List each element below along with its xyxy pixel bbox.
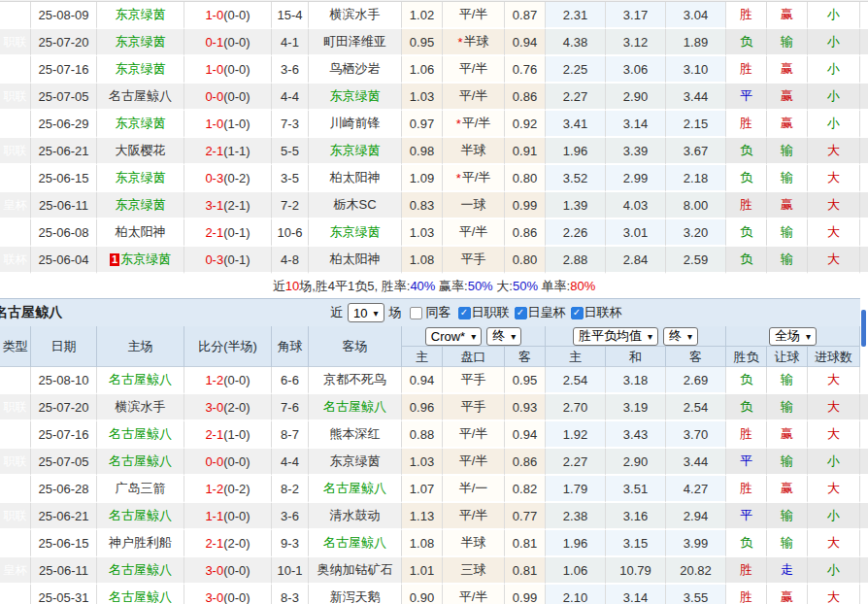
euro-draw-odds: 3.17 (606, 2, 666, 29)
euro-away-odds: 3.55 (666, 585, 726, 604)
asian-handicap: 半球 (443, 138, 505, 165)
league-filter: ✓日皇杯 (515, 304, 566, 321)
summary-part: 50% (468, 279, 493, 293)
euro-home-odds: 3.41 (546, 111, 606, 138)
asian-home-odds: 1.13 (402, 503, 443, 530)
outcome-result: 负 (726, 219, 767, 247)
same-away-checkbox[interactable] (410, 307, 422, 319)
corners: 7-3 (272, 111, 309, 138)
home-team: 东京绿茵 (97, 56, 184, 84)
goals-result: 小 (808, 84, 860, 111)
home-team: 名古屋鲸八 (97, 84, 184, 111)
score: 1-2(0-0) (184, 367, 272, 394)
euro-home-odds: 2.27 (546, 449, 606, 476)
row-gutter (860, 421, 868, 449)
away-team: 名古屋鲸八 (309, 476, 402, 503)
row-gutter (860, 557, 868, 585)
near-label: 近 (330, 304, 343, 321)
league-type: 皇杯 (0, 421, 31, 449)
league-type: 联杯 (0, 247, 31, 274)
asian-home-odds: 0.98 (402, 138, 443, 165)
euro-draw-odds: 2.90 (606, 84, 666, 111)
league-type: 职联 (0, 29, 31, 56)
scrollbar-thumb[interactable] (861, 310, 866, 347)
away-team: 东京绿茵 (309, 219, 402, 247)
col-header-euro-draw: 和 (606, 347, 666, 367)
goals-result: 小 (808, 29, 860, 56)
league-filter-label: 日职联 (472, 304, 510, 321)
asian-handicap: 平手 (443, 247, 505, 274)
company-state-select[interactable]: 终 ▾ (486, 327, 521, 346)
euro-away-odds: 3.20 (666, 219, 726, 247)
company-select[interactable]: Crow* ▾ (425, 327, 482, 346)
row-gutter (860, 29, 868, 56)
goals-result: 大 (808, 394, 860, 421)
asian-home-odds: 1.09 (402, 165, 443, 192)
chevron-down-icon: ▾ (806, 331, 811, 342)
scope-select[interactable]: 全场 ▾ (769, 327, 817, 346)
euro-home-odds: 2.27 (546, 84, 606, 111)
home-team: 名古屋鲸八 (97, 557, 184, 585)
asian-home-odds: 0.83 (402, 192, 443, 219)
away-team: 东京绿茵 (309, 449, 402, 476)
match-row: 联杯25-06-08柏太阳神2-1(0-1)10-6东京绿茵1.03平/半0.8… (0, 219, 868, 247)
score: 2-1(0-1) (184, 219, 272, 247)
asian-away-odds: 0.94 (505, 421, 546, 449)
league-filter-checkbox[interactable]: ✓ (458, 307, 471, 319)
home-team: 名古屋鲸八 (97, 585, 184, 604)
col-header-corner: 角球 (272, 326, 309, 367)
euro-home-odds: 2.38 (546, 503, 606, 530)
scrollbar[interactable] (860, 298, 868, 367)
euro-away-odds: 4.27 (666, 476, 726, 503)
league-filter: ✓日联杯 (571, 304, 622, 321)
euro-away-odds: 3.44 (666, 449, 726, 476)
match-date: 25-05-31 (31, 585, 97, 604)
euro-state-select[interactable]: 终 ▾ (663, 327, 698, 346)
euro-draw-odds: 3.15 (606, 530, 666, 557)
asian-away-odds: 0.76 (505, 56, 546, 84)
score: 0-0(0-0) (184, 84, 272, 111)
corners: 8-7 (272, 421, 309, 449)
euro-away-odds: 20.82 (666, 557, 726, 585)
match-row: 职联25-08-10名古屋鲸八1-2(0-0)6-6京都不死鸟0.94平手0.9… (0, 367, 868, 394)
asian-home-odds: 1.02 (402, 2, 443, 29)
euro-home-odds: 2.88 (546, 247, 606, 274)
home-team: 名古屋鲸八 (97, 503, 184, 530)
handicap-result: 输 (767, 219, 808, 247)
euro-away-odds: 2.94 (666, 503, 726, 530)
league-type: 皇杯 (0, 56, 31, 84)
euro-home-odds: 1.79 (546, 476, 606, 503)
outcome-result: 平 (726, 449, 767, 476)
asian-away-odds: 0.81 (505, 530, 546, 557)
euro-draw-odds: 3.18 (606, 367, 666, 394)
row-gutter (860, 530, 868, 557)
euro-away-odds: 2.59 (666, 247, 726, 274)
euro-away-odds: 8.00 (666, 192, 726, 219)
euro-average-select[interactable]: 胜平负均值 ▾ (573, 327, 658, 346)
league-type: 职联 (0, 111, 31, 138)
euro-draw-odds: 3.16 (606, 503, 666, 530)
away-team: 奥纳加钴矿石 (309, 557, 402, 585)
recent-games-select[interactable]: 10 ▾ (348, 303, 384, 322)
summary-part: 80% (570, 279, 595, 293)
league-filter-checkbox[interactable]: ✓ (571, 307, 584, 319)
scope-dropdown: 全场 ▾ (726, 326, 860, 347)
match-row: 皇杯25-06-11东京绿茵3-1(2-1)7-2栃木SC0.83一球0.991… (0, 192, 868, 219)
handicap-result: 赢 (767, 421, 808, 449)
home-team: 东京绿茵 (97, 29, 184, 56)
score: 0-3(0-1) (184, 247, 272, 274)
row-gutter (860, 394, 868, 421)
league-filter-checkbox[interactable]: ✓ (515, 307, 527, 319)
check-icon: ✓ (460, 308, 468, 318)
euro-away-odds: 2.54 (666, 394, 726, 421)
euro-home-odds: 4.38 (546, 29, 606, 56)
match-row: 职联25-05-31名古屋鲸八3-0(0-0)8-3新泻天鹅0.90平/半0.9… (0, 585, 868, 604)
outcome-result: 胜 (726, 585, 767, 604)
chevron-down-icon: ▾ (511, 331, 516, 342)
match-date: 25-07-20 (31, 394, 97, 421)
score: 2-1(2-0) (184, 530, 272, 557)
euro-away-odds: 3.04 (666, 2, 726, 29)
row-gutter (860, 111, 868, 138)
asian-home-odds: 1.03 (402, 84, 443, 111)
league-type: 职联 (0, 165, 31, 192)
